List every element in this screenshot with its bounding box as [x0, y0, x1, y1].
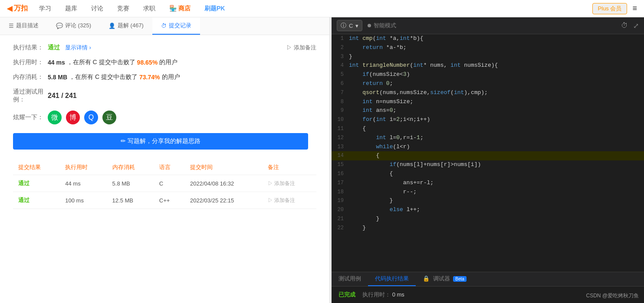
- wechat-share-button[interactable]: 微: [48, 111, 62, 124]
- result-section: 执行结果： 通过 显示详情 › ▷ 添加备注 执行用时： 44 ms ，在所有 …: [0, 35, 329, 303]
- qq-share-button[interactable]: Q: [84, 111, 98, 124]
- line-number: 14: [332, 151, 349, 160]
- tab-bar: ☰ 题目描述 💬 评论 (325) 👤 题解 (467) ⏱ 提交记录: [0, 17, 329, 35]
- nav-logo[interactable]: ◀ 万扣: [7, 4, 28, 13]
- code-line: 3}: [332, 52, 644, 62]
- douban-share-button[interactable]: 豆: [102, 111, 116, 124]
- code-line: 10 for(int i=2;i<n;i++): [332, 115, 644, 124]
- row-result[interactable]: 通过: [13, 192, 60, 209]
- logo-text: 万扣: [14, 4, 28, 13]
- line-number: 11: [332, 124, 349, 133]
- line-content: int n=numsSize;: [349, 98, 644, 107]
- nav-pk[interactable]: 刷题PK: [202, 3, 227, 14]
- row-memory: 5.8 MB: [107, 175, 154, 192]
- tab-debugger[interactable]: 🔒 调试器 Beta: [416, 272, 473, 286]
- table-row: 通过 100 ms 12.5 MB C++ 2022/03/25 22:15 ▷…: [13, 192, 316, 209]
- weibo-share-button[interactable]: 博: [66, 111, 80, 124]
- code-line: 9 int ans=0;: [332, 106, 644, 115]
- detail-link[interactable]: 显示详情 ›: [65, 44, 91, 52]
- tab-description[interactable]: ☰ 题目描述: [0, 17, 47, 35]
- row-time: 44 ms: [60, 175, 107, 192]
- memory-value: 5.8 MB: [48, 74, 67, 81]
- watermark: CSDN @爱吃烤秋刀鱼: [586, 292, 639, 300]
- exec-result-row: 执行结果： 通过 显示详情 › ▷ 添加备注: [13, 44, 316, 52]
- line-content: qsort(nums,numsSize,sizeof(int),cmp);: [349, 88, 644, 98]
- language-select[interactable]: ⓘ C ▾: [337, 20, 362, 31]
- tab-exec-result[interactable]: 代码执行结果: [368, 272, 416, 286]
- line-number: 17: [332, 179, 349, 187]
- memory-pct: 73.74%: [139, 74, 160, 81]
- table-row: 通过 44 ms 5.8 MB C 2022/04/08 16:32 ▷ 添加备…: [13, 175, 316, 192]
- line-content: {: [349, 169, 644, 179]
- tab-comments[interactable]: 💬 评论 (325): [47, 17, 100, 35]
- row-note[interactable]: ▷ 添加备注: [263, 175, 317, 192]
- tab-solutions[interactable]: 👤 题解 (467): [100, 17, 152, 35]
- logo-icon: ◀: [7, 4, 12, 13]
- add-note-button[interactable]: ▷ 添加备注: [286, 44, 316, 52]
- time-suffix: 的用户: [159, 59, 177, 66]
- code-line: 14 {: [332, 151, 644, 160]
- nav-shop[interactable]: 🏪 商店: [167, 3, 193, 14]
- code-line: 8 int n=numsSize;: [332, 98, 644, 107]
- line-content: }: [349, 196, 644, 205]
- submissions-table: 提交结果 执行用时 内存消耗 语言 提交时间 备注 通过 44 ms 5.8 M…: [13, 160, 316, 209]
- code-line: 13 while(l<r): [332, 143, 644, 152]
- clock-icon[interactable]: ⏱: [621, 22, 628, 29]
- col-note: 备注: [263, 160, 317, 175]
- col-memory: 内存消耗: [107, 160, 154, 175]
- line-content: {: [349, 124, 644, 134]
- code-area[interactable]: 1int cmp(int *a,int*b){2 return *a-*b;3}…: [332, 34, 644, 272]
- line-content: }: [349, 52, 644, 62]
- extra-icon[interactable]: ≡: [632, 4, 637, 13]
- line-number: 7: [332, 88, 349, 97]
- row-time: 100 ms: [60, 192, 107, 209]
- line-content: return 0;: [349, 79, 644, 88]
- row-memory: 12.5 MB: [107, 192, 154, 209]
- expand-icon[interactable]: ⤢: [633, 22, 639, 30]
- exec-time-value: 0 ms: [392, 291, 404, 298]
- line-number: 13: [332, 143, 349, 151]
- nav-jobs[interactable]: 求职: [141, 3, 158, 14]
- nav-contest[interactable]: 竞赛: [115, 3, 132, 14]
- nav-problems[interactable]: 题库: [62, 3, 80, 14]
- memory-label: 内存消耗：: [13, 73, 48, 81]
- line-number: 19: [332, 196, 349, 205]
- tab-submissions[interactable]: ⏱ 提交记录: [152, 17, 200, 35]
- line-number: 9: [332, 106, 349, 115]
- code-line: 1int cmp(int *a,int*b){: [332, 34, 644, 43]
- line-content: if(nums[l]+nums[r]>nums[i]): [349, 160, 644, 169]
- smart-mode-toggle[interactable]: 智能模式: [368, 22, 396, 29]
- nav-right: Plus 会员 ≡: [592, 3, 637, 14]
- left-panel: ☰ 题目描述 💬 评论 (325) 👤 题解 (467) ⏱ 提交记录 执行结果…: [0, 17, 330, 303]
- code-line: 21 }: [332, 215, 644, 224]
- row-result[interactable]: 通过: [13, 175, 60, 192]
- row-note[interactable]: ▷ 添加备注: [263, 192, 317, 209]
- line-number: 18: [332, 188, 349, 196]
- line-number: 3: [332, 52, 349, 61]
- editor-right-icons: ⏱ ⤢: [621, 22, 639, 30]
- line-content: }: [349, 224, 644, 233]
- line-content: }: [349, 215, 644, 224]
- code-line: 2 return *a-*b;: [332, 43, 644, 52]
- share-label: 炫耀一下：: [13, 114, 43, 121]
- lang-value: C: [349, 23, 353, 29]
- row-date: 2022/03/25 22:15: [185, 192, 262, 209]
- tab-testcase[interactable]: 测试用例: [332, 272, 368, 286]
- line-number: 15: [332, 160, 349, 169]
- line-number: 16: [332, 169, 349, 178]
- exec-time-label: 执行用时： 0 ms: [362, 291, 404, 299]
- testcase-row: 通过测试用例： 241 / 241: [13, 88, 316, 104]
- nav-learn[interactable]: 学习: [36, 3, 54, 14]
- code-line: 6 return 0;: [332, 79, 644, 88]
- write-solution-button[interactable]: ✏ 写题解，分享我的解题思路: [13, 133, 308, 150]
- main-container: ☰ 题目描述 💬 评论 (325) 👤 题解 (467) ⏱ 提交记录 执行结果…: [0, 17, 644, 303]
- line-content: {: [349, 151, 644, 160]
- col-lang: 语言: [154, 160, 185, 175]
- line-content: else l++;: [349, 205, 644, 215]
- submissions-icon: ⏱: [161, 23, 167, 29]
- editor-toolbar: ⓘ C ▾ 智能模式 ⏱ ⤢: [332, 17, 644, 34]
- nav-discuss[interactable]: 讨论: [89, 3, 106, 14]
- memory-row: 内存消耗： 5.8 MB ，在所有 C 提交中击败了 73.74% 的用户: [13, 73, 316, 81]
- memory-suffix: 的用户: [162, 73, 180, 81]
- plus-member-button[interactable]: Plus 会员: [592, 3, 628, 14]
